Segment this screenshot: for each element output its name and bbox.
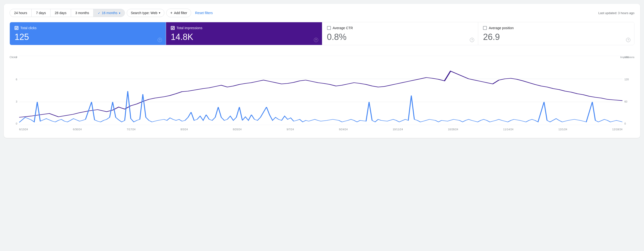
filter-3m[interactable]: 3 months [71,9,94,17]
impressions-value: 14.8K [171,32,317,42]
filter-28d[interactable]: 28 days [50,9,71,17]
right-y-180: 180 [624,56,629,58]
ctr-help-icon[interactable]: ? [470,38,474,42]
toolbar: 24 hours 7 days 28 days 3 months 16 mont… [10,8,634,17]
impressions-line [19,71,622,117]
metric-header-position: Average position [483,26,630,30]
x-axis-labels: 6/13/24 6/30/24 7/17/24 8/3/24 8/20/24 9… [19,126,622,132]
ctr-label: Average CTR [333,26,353,30]
metric-card-impressions[interactable]: Total impressions 14.8K ? [166,22,322,45]
x-label-1: 6/30/24 [73,128,82,131]
clicks-line [19,91,622,122]
chart-area: Clicks Impressions 9 6 3 0 180 120 60 0 [10,56,634,132]
x-label-6: 9/24/24 [339,128,348,131]
filter-16m[interactable]: 16 months [94,9,124,17]
check-icon [98,11,100,15]
x-label-2: 7/17/24 [127,128,136,131]
clicks-value: 125 [14,32,161,42]
metric-header-clicks: Total clicks [14,26,161,30]
x-label-5: 9/7/24 [286,128,294,131]
left-y-9: 9 [16,56,17,58]
x-label-10: 12/1/24 [558,128,567,131]
metric-header-ctr: Average CTR [327,26,474,30]
x-label-9: 11/14/24 [503,128,514,131]
x-label-7: 10/11/24 [392,128,403,131]
right-y-120: 120 [624,78,629,81]
ctr-checkbox[interactable] [327,26,331,30]
last-updated-text: Last updated: 3 hours ago [598,11,634,15]
metric-card-position[interactable]: Average position 26.9 ? [478,22,634,45]
filter-24h[interactable]: 24 hours [10,9,32,17]
clicks-help-icon[interactable]: ? [158,38,162,42]
left-y-3: 3 [16,100,17,103]
x-label-8: 10/28/24 [448,128,458,131]
ctr-value: 0.8% [327,32,474,42]
position-label: Average position [489,26,514,30]
x-label-0: 6/13/24 [19,128,28,131]
position-checkbox[interactable] [483,26,487,30]
position-help-icon[interactable]: ? [626,38,630,42]
right-y-60: 60 [624,100,627,103]
filter-7d[interactable]: 7 days [32,9,50,17]
clicks-label: Total clicks [20,26,36,30]
chart-svg-wrapper [19,56,622,125]
impressions-help-icon[interactable]: ? [314,38,318,42]
impressions-label: Total impressions [176,26,202,30]
right-y-0: 0 [624,122,626,125]
left-y-axis: 9 6 3 0 [10,56,19,125]
search-type-filter[interactable]: Search type: Web ▾ [127,9,164,17]
reset-filters-button[interactable]: Reset filters [193,9,214,17]
dropdown-arrow [119,11,120,15]
clicks-checkbox[interactable] [14,26,18,30]
chart-svg [19,56,622,125]
metric-card-clicks[interactable]: Total clicks 125 ? [10,22,166,45]
x-label-11: 12/18/24 [612,128,622,131]
left-y-6: 6 [16,78,17,81]
left-y-0: 0 [16,122,17,125]
metrics-row: Total clicks 125 ? Total impressions 14.… [10,22,634,45]
impressions-checkbox[interactable] [171,26,175,30]
x-label-3: 8/3/24 [180,128,188,131]
right-y-axis: 180 120 60 0 [622,56,634,125]
plus-icon [170,11,172,15]
time-filter-group: 24 hours 7 days 28 days 3 months 16 mont… [10,9,125,17]
position-value: 26.9 [483,32,630,42]
metric-header-impressions: Total impressions [171,26,317,30]
main-container: 24 hours 7 days 28 days 3 months 16 mont… [4,4,640,138]
metric-card-ctr[interactable]: Average CTR 0.8% ? [322,22,478,45]
x-label-4: 8/20/24 [233,128,242,131]
add-filter-button[interactable]: Add filter [166,8,192,17]
chevron-down-icon: ▾ [159,11,160,14]
